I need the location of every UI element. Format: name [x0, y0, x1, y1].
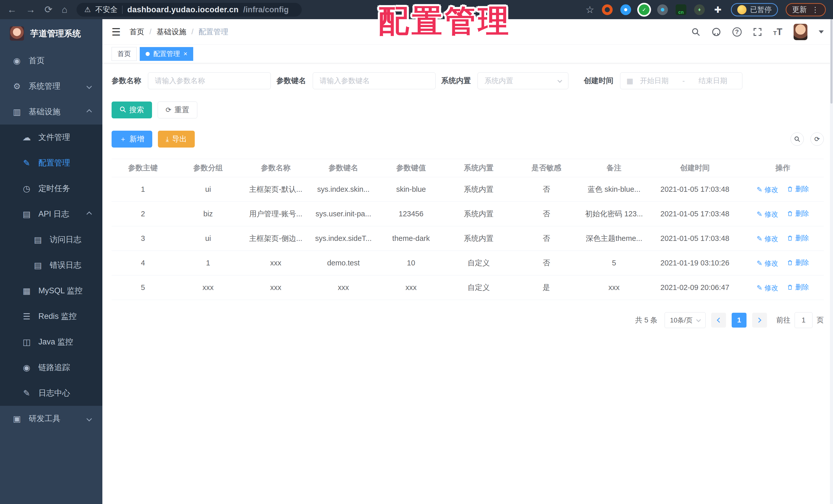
bookmark-star-icon[interactable]: ☆ [586, 4, 594, 15]
export-button[interactable]: ⤓ 导出 [158, 131, 195, 148]
delete-link[interactable]: 删除 [787, 233, 809, 243]
sidebar-item-label: Redis 监控 [39, 311, 77, 322]
cell-key: sys.user.init-pa... [310, 210, 377, 218]
search-icon [120, 106, 126, 114]
sidebar-item-file[interactable]: ☁ 文件管理 [0, 125, 102, 150]
browser-home-icon[interactable]: ⌂ [62, 5, 67, 14]
database-icon: ▦ [22, 286, 32, 296]
reload-icon[interactable]: ⟳ [45, 5, 52, 14]
cell-value: 123456 [377, 210, 445, 218]
prev-page-button[interactable] [711, 313, 726, 328]
sidebar-item-system[interactable]: ⚙ 系统管理 [0, 73, 102, 99]
tab-label: 首页 [117, 49, 131, 58]
edit-link[interactable]: ✎修改 [757, 185, 779, 194]
breadcrumb-separator: / [149, 28, 151, 36]
add-button[interactable]: ＋ 新增 [112, 131, 152, 148]
address-bar[interactable]: ⚠ 不安全 dashboard.yudao.iocoder.cn/infra/c… [76, 3, 302, 17]
cell-group: 1 [174, 259, 242, 267]
breadcrumb-infra[interactable]: 基础设施 [157, 27, 186, 37]
extension-icon-cn[interactable]: cn [675, 4, 686, 15]
edit-link[interactable]: ✎修改 [757, 259, 779, 268]
page-size-select[interactable]: 10条/页 [665, 312, 706, 328]
page-1-button[interactable]: 1 [732, 313, 746, 328]
sidebar-item-logcenter[interactable]: ✎ 日志中心 [0, 380, 102, 406]
cell-name: 主框架页-默认... [242, 184, 309, 195]
date-range-picker[interactable]: ▦ 开始日期 - 结束日期 [620, 72, 742, 89]
avatar[interactable] [793, 24, 807, 40]
delete-link[interactable]: 删除 [787, 282, 809, 292]
sidebar-item-home[interactable]: ◉ 首页 [0, 48, 102, 73]
extension-icon-orange-ring[interactable] [602, 4, 613, 15]
caret-down-icon[interactable] [819, 30, 824, 33]
cell-actions: ✎修改 删除 [742, 184, 824, 194]
sidebar-item-apilog[interactable]: ▤ API 日志 [0, 201, 102, 227]
extension-icon-green-check[interactable]: ✓ [639, 4, 649, 15]
param-key-input[interactable] [313, 72, 435, 89]
search-button[interactable]: 搜索 [112, 102, 152, 118]
github-icon[interactable] [711, 27, 721, 37]
edit-link[interactable]: ✎修改 [757, 283, 779, 293]
delete-link[interactable]: 删除 [787, 184, 809, 194]
overlay-page-title: 配置管理 [378, 1, 511, 42]
forward-icon[interactable]: → [26, 5, 35, 14]
cell-key: sys.index.skin... [310, 185, 377, 194]
tab-config-active[interactable]: 配置管理 × [140, 47, 193, 61]
font-size-icon[interactable]: TT [774, 27, 782, 37]
sidebar-item-job[interactable]: ◷ 定时任务 [0, 176, 102, 201]
page-scrollbar[interactable] [830, 19, 833, 504]
sidebar-collapse-icon[interactable]: ☰ [112, 26, 121, 38]
fullscreen-icon[interactable] [753, 27, 762, 36]
trash-icon [787, 235, 793, 241]
sidebar-item-devtool[interactable]: ▣ 研发工具 [0, 406, 102, 431]
goto-page-input[interactable] [794, 312, 812, 328]
cell-actions: ✎修改 删除 [742, 209, 824, 219]
scrollbar-thumb[interactable] [830, 19, 832, 104]
main-area: ☰ 首页 / 基础设施 / 配置管理 ? [102, 19, 833, 504]
sidebar-item-mysql[interactable]: ▦ MySQL 监控 [0, 278, 102, 304]
cell-value: skin-blue [377, 185, 445, 194]
toggle-search-button[interactable] [790, 132, 804, 146]
java-monitor-icon: ◫ [22, 337, 32, 347]
param-name-input[interactable] [148, 72, 271, 89]
tab-home[interactable]: 首页 [112, 47, 137, 61]
delete-link[interactable]: 删除 [787, 258, 809, 267]
sidebar-item-trace[interactable]: ◉ 链路追踪 [0, 355, 102, 380]
extensions-puzzle-icon[interactable]: ✚ [712, 4, 723, 15]
edit-link[interactable]: ✎修改 [757, 234, 779, 244]
url-host: dashboard.yudao.iocoder.cn [127, 5, 239, 14]
breadcrumb-home[interactable]: 首页 [129, 27, 144, 37]
extension-icon-gray-blue[interactable] [657, 4, 668, 15]
sidebar-item-accesslog[interactable]: ▤ 访问日志 [0, 227, 102, 252]
sidebar-item-label: 配置管理 [39, 157, 70, 168]
delete-link[interactable]: 删除 [787, 209, 809, 218]
system-builtin-select[interactable]: 系统内置 [478, 72, 568, 89]
paused-badge[interactable]: 已暂停 [731, 3, 778, 16]
search-button-row: 搜索 ⟳ 重置 [112, 102, 824, 118]
chevron-left-icon [717, 318, 722, 323]
sidebar-item-java[interactable]: ◫ Java 监控 [0, 329, 102, 355]
sidebar-item-config[interactable]: ✎ 配置管理 [0, 150, 102, 176]
next-page-button[interactable] [752, 313, 767, 328]
sidebar-item-errorlog[interactable]: ▤ 错误日志 [0, 252, 102, 278]
edit-link[interactable]: ✎修改 [757, 210, 779, 219]
refresh-table-button[interactable]: ⟳ [810, 132, 824, 146]
extension-icon-green-leaf[interactable]: ♦ [694, 4, 705, 15]
search-icon[interactable] [691, 28, 700, 36]
reset-button[interactable]: ⟳ 重置 [158, 102, 197, 118]
cell-value: theme-dark [377, 234, 445, 243]
sidebar-item-redis[interactable]: ☰ Redis 监控 [0, 304, 102, 329]
app-logo-row[interactable]: 芋道管理系统 [0, 19, 102, 48]
redis-db-icon: ☰ [22, 311, 32, 322]
sidebar-item-infra[interactable]: ▥ 基础设施 [0, 99, 102, 125]
update-button[interactable]: 更新 ⋮ [786, 3, 826, 16]
cell-group: biz [174, 210, 242, 218]
extension-icon-blue-pin[interactable] [620, 4, 631, 15]
table-row: 1 ui 主框架页-默认... sys.index.skin... skin-b… [112, 177, 824, 202]
browser-menu-icon[interactable]: ⋮ [811, 5, 819, 14]
cell-actions: ✎修改 删除 [742, 282, 824, 293]
close-icon[interactable]: × [184, 50, 187, 58]
back-icon[interactable]: ← [7, 5, 17, 14]
help-icon[interactable]: ? [733, 27, 742, 36]
cell-create-time: 2021-01-05 17:03:48 [648, 234, 742, 243]
edit-square-icon: ✎ [22, 158, 32, 168]
